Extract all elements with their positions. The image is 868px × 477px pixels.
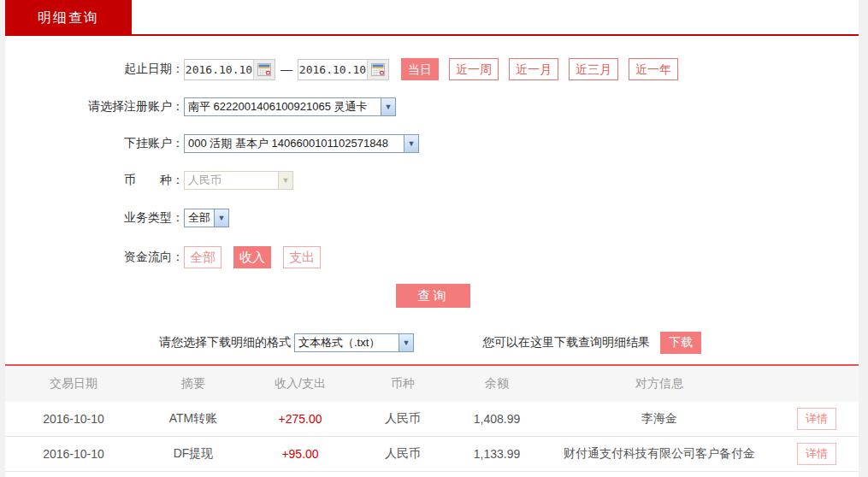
date-range-label: 起止日期： [5, 62, 184, 77]
detail-button[interactable]: 详情 [797, 443, 836, 465]
currency-value: 人民币 [185, 172, 278, 189]
business-type-label: 业务类型： [5, 210, 184, 226]
tab-detail-query[interactable]: 明细查询 [5, 0, 132, 36]
download-format-value: 文本格式（.txt） [295, 334, 399, 351]
date-range-row: 起止日期： — [5, 58, 859, 80]
fund-flow-button-0[interactable]: 全部 [184, 246, 221, 268]
date-range-separator: — [280, 62, 292, 76]
table-row: 2016-10-10DF提现+95.00人民币1,133.99财付通支付科技有限… [5, 437, 859, 472]
action-cell: 详情 [775, 443, 859, 465]
quick-range-button-0[interactable]: 当日 [401, 58, 439, 80]
download-format-label: 请您选择下载明细的格式 [159, 335, 291, 350]
amount-cell: +275.00 [245, 412, 356, 426]
table-header-cell: 摘要 [142, 376, 245, 392]
business-type-value: 全部 [185, 209, 214, 227]
download-hint: 您可以在这里下载查询明细结果 [482, 335, 650, 350]
end-date-box [298, 59, 389, 80]
fund-flow-label: 资金流向： [5, 250, 184, 265]
table-header-row: 交易日期摘要收入/支出币种余额对方信息 [5, 366, 859, 402]
chevron-down-icon: ▼ [404, 135, 418, 152]
currency-cell: 人民币 [356, 446, 450, 462]
table-body: 2016-10-10ATM转账+275.00人民币1,408.99李海金详情20… [5, 402, 859, 472]
sub-account-row: 下挂账户： 000 活期 基本户 1406600101102571848 ▼ [5, 134, 859, 153]
main-panel: 明细查询 起止日期： [5, 0, 859, 477]
fund-flow-button-1[interactable]: 收入 [233, 246, 271, 268]
fund-flow-row: 资金流向： 全部收入支出 [5, 246, 859, 268]
query-button[interactable]: 查询 [396, 284, 470, 308]
summary-cell: ATM转账 [142, 411, 245, 427]
register-account-row: 请选择注册账户： 南平 6222001406100921065 灵通卡 ▼ [5, 97, 859, 116]
sub-account-select[interactable]: 000 活期 基本户 1406600101102571848 ▼ [184, 134, 419, 153]
start-date-input[interactable] [185, 60, 253, 80]
quick-range-button-4[interactable]: 近一年 [629, 58, 678, 80]
end-date-input[interactable] [298, 60, 367, 80]
quick-range-button-3[interactable]: 近三月 [569, 58, 618, 80]
table-header-cell: 收入/支出 [245, 376, 356, 392]
transaction-date-cell: 2016-10-10 [5, 447, 142, 461]
register-account-label: 请选择注册账户： [5, 99, 184, 115]
register-account-select[interactable]: 南平 6222001406100921065 灵通卡 ▼ [184, 97, 396, 116]
transaction-date-cell: 2016-10-10 [5, 412, 142, 426]
quick-range-button-2[interactable]: 近一月 [509, 58, 558, 80]
fund-flow-buttons: 全部收入支出 [184, 246, 321, 268]
counterparty-cell: 财付通支付科技有限公司客户备付金 [544, 446, 775, 462]
sub-account-value: 000 活期 基本户 1406600101102571848 [185, 135, 404, 152]
register-account-value: 南平 6222001406100921065 灵通卡 [185, 98, 381, 115]
chevron-down-icon: ▼ [214, 209, 228, 227]
action-cell: 详情 [775, 408, 859, 430]
table-header-cell: 余额 [450, 376, 544, 392]
table-header-cell: 币种 [356, 376, 450, 392]
query-form: 起止日期： — [5, 36, 859, 366]
balance-cell: 1,408.99 [450, 412, 544, 426]
quick-range-buttons: 当日近一周近一月近三月近一年 [401, 58, 678, 80]
results-table: 交易日期摘要收入/支出币种余额对方信息 2016-10-10ATM转账+275.… [5, 366, 859, 472]
summary-cell: DF提现 [142, 446, 245, 462]
calendar-icon [371, 63, 385, 76]
currency-row: 币 种： 人民币 ▼ [5, 171, 859, 190]
fund-flow-button-2[interactable]: 支出 [283, 246, 321, 268]
download-format-select[interactable]: 文本格式（.txt） ▼ [294, 333, 414, 352]
tab-bar: 明细查询 [5, 0, 859, 36]
start-date-box [184, 59, 275, 80]
quick-range-button-1[interactable]: 近一周 [449, 58, 499, 80]
table-header-cell: 对方信息 [544, 376, 775, 392]
sub-account-label: 下挂账户： [5, 136, 184, 151]
chevron-down-icon: ▼ [278, 172, 292, 189]
currency-label: 币 种： [5, 173, 184, 188]
amount-cell: +95.00 [245, 447, 356, 461]
balance-cell: 1,133.99 [450, 447, 544, 461]
start-date-calendar-button[interactable] [253, 60, 275, 80]
table-row: 2016-10-10ATM转账+275.00人民币1,408.99李海金详情 [5, 402, 859, 437]
chevron-down-icon: ▼ [381, 98, 395, 115]
detail-button[interactable]: 详情 [797, 408, 836, 430]
download-button[interactable]: 下载 [660, 332, 701, 354]
currency-cell: 人民币 [356, 411, 450, 427]
business-type-select[interactable]: 全部 ▼ [184, 209, 229, 227]
end-date-calendar-button[interactable] [367, 60, 388, 80]
calendar-icon [257, 63, 271, 76]
counterparty-cell: 李海金 [544, 411, 775, 427]
table-header-cell: 交易日期 [5, 376, 142, 392]
business-type-row: 业务类型： 全部 ▼ [5, 209, 859, 227]
query-row: 查询 [5, 284, 859, 308]
currency-select: 人民币 ▼ [184, 171, 293, 190]
chevron-down-icon: ▼ [399, 334, 413, 351]
download-row: 请您选择下载明细的格式 文本格式（.txt） ▼ 您可以在这里下载查询明细结果 … [5, 332, 859, 354]
